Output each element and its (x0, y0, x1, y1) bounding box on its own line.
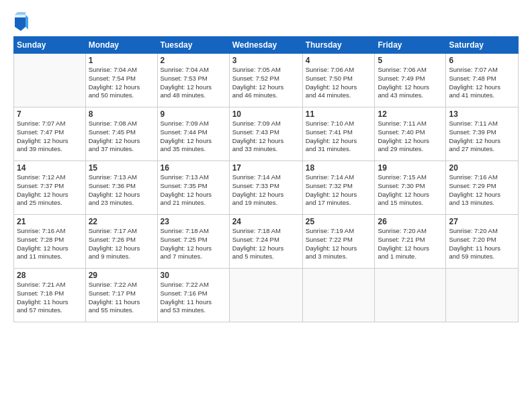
calendar-cell (229, 269, 302, 322)
day-number: 4 (306, 56, 372, 65)
weekday-header-thursday: Thursday (302, 37, 375, 54)
calendar-cell: 2Sunrise: 7:04 AMSunset: 7:53 PMDaylight… (157, 54, 229, 107)
day-number: 11 (306, 109, 372, 119)
day-info: Sunrise: 7:12 AMSunset: 7:37 PMDaylight:… (17, 173, 83, 208)
day-number: 8 (89, 109, 154, 119)
calendar-cell: 20Sunrise: 7:16 AMSunset: 7:29 PMDayligh… (446, 161, 519, 215)
calendar-cell (302, 269, 375, 322)
week-row-5: 28Sunrise: 7:21 AMSunset: 7:18 PMDayligh… (14, 269, 519, 322)
day-info: Sunrise: 7:21 AMSunset: 7:18 PMDaylight:… (17, 281, 83, 315)
calendar-cell: 18Sunrise: 7:14 AMSunset: 7:32 PMDayligh… (302, 161, 375, 215)
calendar-cell: 4Sunrise: 7:06 AMSunset: 7:50 PMDaylight… (302, 54, 375, 107)
calendar-cell: 28Sunrise: 7:21 AMSunset: 7:18 PMDayligh… (14, 269, 86, 322)
logo-icon (13, 12, 28, 31)
week-row-1: 1Sunrise: 7:04 AMSunset: 7:54 PMDaylight… (14, 54, 519, 107)
day-number: 1 (89, 56, 154, 65)
day-info: Sunrise: 7:19 AMSunset: 7:22 PMDaylight:… (306, 227, 372, 261)
day-info: Sunrise: 7:05 AMSunset: 7:52 PMDaylight:… (232, 66, 300, 100)
day-info: Sunrise: 7:06 AMSunset: 7:49 PMDaylight:… (378, 66, 443, 100)
day-number: 17 (232, 163, 300, 173)
day-number: 16 (161, 163, 226, 173)
calendar-cell: 13Sunrise: 7:11 AMSunset: 7:39 PMDayligh… (446, 107, 519, 161)
svg-marker-1 (26, 15, 28, 30)
day-info: Sunrise: 7:09 AMSunset: 7:44 PMDaylight:… (161, 120, 226, 154)
day-info: Sunrise: 7:04 AMSunset: 7:53 PMDaylight:… (161, 66, 226, 100)
week-row-3: 14Sunrise: 7:12 AMSunset: 7:37 PMDayligh… (14, 161, 519, 215)
day-info: Sunrise: 7:22 AMSunset: 7:17 PMDaylight:… (89, 281, 154, 315)
weekday-header-friday: Friday (375, 37, 446, 54)
calendar-cell: 10Sunrise: 7:09 AMSunset: 7:43 PMDayligh… (229, 107, 302, 161)
calendar-cell: 16Sunrise: 7:13 AMSunset: 7:35 PMDayligh… (157, 161, 229, 215)
calendar-cell: 27Sunrise: 7:20 AMSunset: 7:20 PMDayligh… (446, 215, 519, 269)
day-info: Sunrise: 7:18 AMSunset: 7:24 PMDaylight:… (232, 227, 300, 261)
day-number: 2 (161, 56, 226, 65)
day-number: 13 (449, 109, 515, 119)
calendar-cell: 8Sunrise: 7:08 AMSunset: 7:45 PMDaylight… (85, 107, 157, 161)
day-info: Sunrise: 7:08 AMSunset: 7:45 PMDaylight:… (89, 120, 154, 154)
day-number: 19 (378, 163, 443, 173)
calendar-cell: 3Sunrise: 7:05 AMSunset: 7:52 PMDaylight… (229, 54, 302, 107)
calendar-cell (446, 269, 519, 322)
day-info: Sunrise: 7:11 AMSunset: 7:39 PMDaylight:… (449, 120, 515, 154)
logo (13, 12, 31, 31)
day-info: Sunrise: 7:04 AMSunset: 7:54 PMDaylight:… (89, 66, 154, 100)
day-number: 21 (17, 217, 83, 226)
calendar-cell: 19Sunrise: 7:15 AMSunset: 7:30 PMDayligh… (375, 161, 446, 215)
day-number: 18 (306, 163, 372, 173)
day-info: Sunrise: 7:17 AMSunset: 7:26 PMDaylight:… (89, 227, 154, 261)
day-info: Sunrise: 7:06 AMSunset: 7:50 PMDaylight:… (306, 66, 372, 100)
day-info: Sunrise: 7:13 AMSunset: 7:35 PMDaylight:… (161, 173, 226, 208)
calendar-cell (375, 269, 446, 322)
day-info: Sunrise: 7:20 AMSunset: 7:21 PMDaylight:… (378, 227, 443, 261)
weekday-header-sunday: Sunday (14, 37, 86, 54)
calendar-cell: 1Sunrise: 7:04 AMSunset: 7:54 PMDaylight… (85, 54, 157, 107)
day-info: Sunrise: 7:14 AMSunset: 7:32 PMDaylight:… (306, 173, 372, 208)
day-info: Sunrise: 7:15 AMSunset: 7:30 PMDaylight:… (378, 173, 443, 208)
day-info: Sunrise: 7:11 AMSunset: 7:40 PMDaylight:… (378, 120, 443, 154)
calendar-cell: 5Sunrise: 7:06 AMSunset: 7:49 PMDaylight… (375, 54, 446, 107)
day-number: 24 (232, 217, 300, 226)
day-number: 20 (449, 163, 515, 173)
weekday-header-wednesday: Wednesday (229, 37, 302, 54)
week-row-4: 21Sunrise: 7:16 AMSunset: 7:28 PMDayligh… (14, 215, 519, 269)
svg-marker-3 (15, 12, 26, 15)
day-number: 14 (17, 163, 83, 173)
day-number: 23 (161, 217, 226, 226)
calendar-cell: 25Sunrise: 7:19 AMSunset: 7:22 PMDayligh… (302, 215, 375, 269)
day-number: 27 (449, 217, 515, 226)
calendar-cell: 29Sunrise: 7:22 AMSunset: 7:17 PMDayligh… (85, 269, 157, 322)
day-info: Sunrise: 7:20 AMSunset: 7:20 PMDaylight:… (449, 227, 515, 261)
day-number: 25 (306, 217, 372, 226)
weekday-header-monday: Monday (85, 37, 157, 54)
day-number: 29 (89, 271, 154, 280)
calendar-cell: 15Sunrise: 7:13 AMSunset: 7:36 PMDayligh… (85, 161, 157, 215)
day-info: Sunrise: 7:22 AMSunset: 7:16 PMDaylight:… (161, 281, 226, 315)
page: SundayMondayTuesdayWednesdayThursdayFrid… (0, 0, 532, 411)
calendar-cell: 30Sunrise: 7:22 AMSunset: 7:16 PMDayligh… (157, 269, 229, 322)
day-number: 6 (449, 56, 515, 65)
calendar-cell: 21Sunrise: 7:16 AMSunset: 7:28 PMDayligh… (14, 215, 86, 269)
day-info: Sunrise: 7:14 AMSunset: 7:33 PMDaylight:… (232, 173, 300, 208)
calendar-cell: 7Sunrise: 7:07 AMSunset: 7:47 PMDaylight… (14, 107, 86, 161)
weekday-header-saturday: Saturday (446, 37, 519, 54)
day-info: Sunrise: 7:07 AMSunset: 7:48 PMDaylight:… (449, 66, 515, 100)
calendar-cell: 6Sunrise: 7:07 AMSunset: 7:48 PMDaylight… (446, 54, 519, 107)
calendar-cell: 22Sunrise: 7:17 AMSunset: 7:26 PMDayligh… (85, 215, 157, 269)
day-number: 26 (378, 217, 443, 226)
calendar-cell: 24Sunrise: 7:18 AMSunset: 7:24 PMDayligh… (229, 215, 302, 269)
day-number: 22 (89, 217, 154, 226)
day-info: Sunrise: 7:09 AMSunset: 7:43 PMDaylight:… (232, 120, 300, 154)
weekday-header-tuesday: Tuesday (157, 37, 229, 54)
day-info: Sunrise: 7:16 AMSunset: 7:28 PMDaylight:… (17, 227, 83, 261)
day-number: 3 (232, 56, 300, 65)
day-number: 7 (17, 109, 83, 119)
day-number: 15 (89, 163, 154, 173)
day-number: 30 (161, 271, 226, 280)
day-info: Sunrise: 7:13 AMSunset: 7:36 PMDaylight:… (89, 173, 154, 208)
calendar: SundayMondayTuesdayWednesdayThursdayFrid… (13, 36, 519, 322)
day-info: Sunrise: 7:18 AMSunset: 7:25 PMDaylight:… (161, 227, 226, 261)
svg-marker-2 (15, 15, 26, 17)
calendar-cell: 9Sunrise: 7:09 AMSunset: 7:44 PMDaylight… (157, 107, 229, 161)
day-info: Sunrise: 7:10 AMSunset: 7:41 PMDaylight:… (306, 120, 372, 154)
day-number: 5 (378, 56, 443, 65)
